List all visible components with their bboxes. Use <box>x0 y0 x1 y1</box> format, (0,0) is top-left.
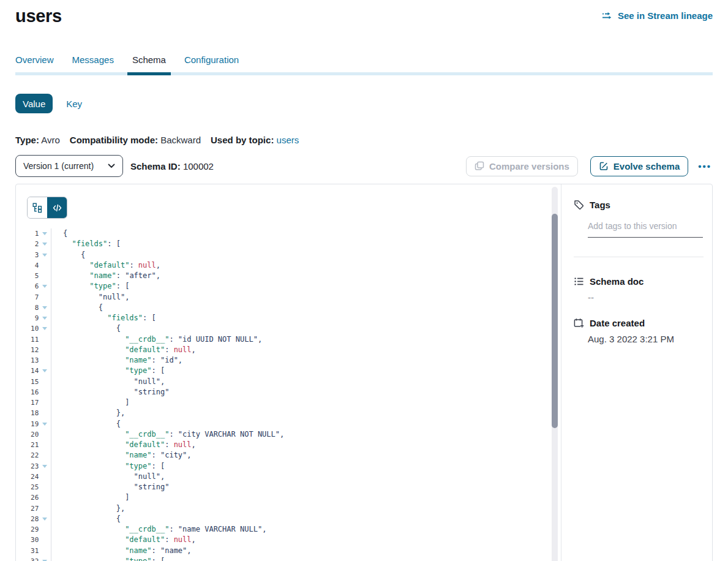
version-bar: Version 1 (current) Schema ID: 100002 Co… <box>15 155 713 177</box>
line-number: 18 <box>16 408 39 418</box>
evolve-schema-button[interactable]: Evolve schema <box>590 156 688 176</box>
tab-messages[interactable]: Messages <box>72 55 114 75</box>
line-number: 2 <box>16 239 39 249</box>
fold-arrow-icon[interactable] <box>42 423 47 426</box>
code-text: "type": [ <box>51 366 165 376</box>
gutter: 8 <box>16 303 51 313</box>
schema-id-field: Schema ID: 100002 <box>130 161 214 171</box>
sidebar-divider <box>574 257 704 257</box>
line-number: 8 <box>16 303 39 313</box>
gutter: 6 <box>16 281 51 292</box>
line-number: 23 <box>16 461 39 472</box>
fold-arrow-icon[interactable] <box>42 285 47 288</box>
fold-arrow-icon[interactable] <box>42 518 47 521</box>
line-number: 9 <box>16 313 39 323</box>
line-number: 12 <box>16 345 39 355</box>
line-number: 31 <box>16 546 39 556</box>
code-text: "default": null, <box>51 535 196 545</box>
code-text: { <box>51 514 121 524</box>
gutter: 30 <box>16 535 51 545</box>
tab-configuration[interactable]: Configuration <box>184 55 239 75</box>
schema-sidebar: Tags Schema doc -- <box>561 184 712 561</box>
code-line: 3{ <box>16 250 551 260</box>
editor-view-toggle <box>27 197 67 219</box>
code-text: { <box>51 303 103 313</box>
fold-arrow-icon[interactable] <box>42 317 47 320</box>
tab-overview[interactable]: Overview <box>15 55 54 75</box>
stream-lineage-label: See in Stream lineage <box>618 10 713 21</box>
fold-arrow-icon[interactable] <box>42 254 47 257</box>
code-text: "null", <box>51 292 129 303</box>
tab-schema[interactable]: Schema <box>132 55 166 75</box>
code-text: "name": "city", <box>51 450 192 461</box>
fold-arrow-icon[interactable] <box>42 306 47 309</box>
line-number: 5 <box>16 271 39 281</box>
code-line: 1{ <box>16 228 551 239</box>
value-toggle-button[interactable]: Value <box>15 94 53 113</box>
gutter: 25 <box>16 482 51 492</box>
code-line: 23"type": [ <box>16 461 551 472</box>
line-number: 19 <box>16 419 39 429</box>
code-line: 13"name": "id", <box>16 355 551 366</box>
scrollbar-thumb[interactable] <box>552 214 558 428</box>
line-number: 15 <box>16 377 39 387</box>
line-number: 14 <box>16 366 39 376</box>
date-created-value: Aug. 3 2022 3:21 PM <box>588 334 674 344</box>
topic-link[interactable]: users <box>277 135 299 145</box>
key-toggle-button[interactable]: Key <box>66 99 82 109</box>
gutter: 7 <box>16 292 51 303</box>
version-select-value: Version 1 (current) <box>23 161 94 171</box>
gutter: 20 <box>16 429 51 440</box>
fold-arrow-icon[interactable] <box>42 369 47 372</box>
code-text: { <box>51 323 121 334</box>
code-line: 22"name": "city", <box>16 450 551 461</box>
gutter: 29 <box>16 524 51 535</box>
code-line: 29"__crdb__": "name VARCHAR NULL", <box>16 524 551 535</box>
code-line: 12"default": null, <box>16 345 551 355</box>
code-line: 24"null", <box>16 472 551 482</box>
code-line: 28{ <box>16 514 551 524</box>
gutter: 18 <box>16 408 51 418</box>
stream-lineage-link[interactable]: See in Stream lineage <box>602 10 713 21</box>
line-number: 28 <box>16 514 39 524</box>
gutter: 10 <box>16 323 51 334</box>
gutter: 2 <box>16 239 51 249</box>
code-text: { <box>51 419 121 429</box>
code-editor-content: 1{2"fields": [3{4"default": null,5"name"… <box>16 228 551 561</box>
code-view-button[interactable] <box>47 197 67 218</box>
more-actions-button[interactable]: ••• <box>697 159 713 173</box>
compare-versions-button[interactable]: Compare versions <box>466 156 578 176</box>
code-text: { <box>51 250 85 260</box>
code-line: 7"null", <box>16 292 551 303</box>
schema-panel: 1{2"fields": [3{4"default": null,5"name"… <box>15 184 713 561</box>
code-line: 11"__crdb__": "id UUID NOT NULL", <box>16 334 551 345</box>
line-number: 1 <box>16 228 39 239</box>
code-line: 10{ <box>16 323 551 334</box>
add-tags-input[interactable] <box>588 221 703 238</box>
fold-arrow-icon[interactable] <box>42 327 47 330</box>
fold-arrow-icon[interactable] <box>42 232 47 235</box>
line-number: 27 <box>16 503 39 514</box>
code-text: "type": [ <box>51 556 165 561</box>
code-text: "fields": [ <box>51 239 121 249</box>
code-text: "null", <box>51 472 165 482</box>
code-text: ] <box>51 492 129 503</box>
line-number: 6 <box>16 281 39 292</box>
tree-view-button[interactable] <box>28 197 47 218</box>
code-line: 26] <box>16 492 551 503</box>
version-select[interactable]: Version 1 (current) <box>15 155 123 177</box>
schema-doc-value: -- <box>588 292 594 303</box>
compatibility-field: Compatibility mode: Backward <box>70 135 201 145</box>
fold-arrow-icon[interactable] <box>42 465 47 468</box>
code-text: "__crdb__": "city VARCHAR NOT NULL", <box>51 429 284 440</box>
line-number: 29 <box>16 524 39 535</box>
code-text: "name": "id", <box>51 355 182 366</box>
code-text: "string" <box>51 387 169 397</box>
code-line: 4"default": null, <box>16 260 551 271</box>
fold-arrow-icon[interactable] <box>42 243 47 246</box>
gutter: 31 <box>16 546 51 556</box>
gutter: 26 <box>16 492 51 503</box>
gutter: 11 <box>16 334 51 345</box>
gutter: 3 <box>16 250 51 260</box>
line-number: 16 <box>16 387 39 397</box>
